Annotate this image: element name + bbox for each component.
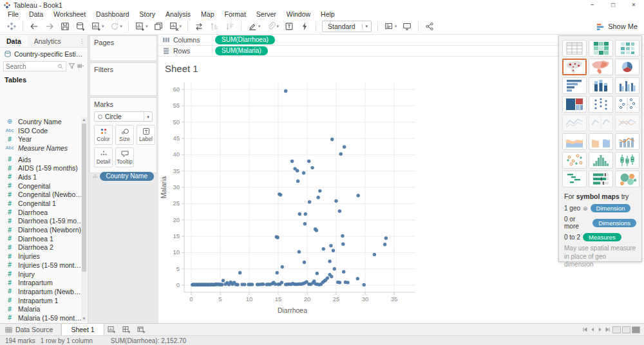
field-item[interactable]: #Diarrhoea (0, 208, 84, 217)
showme-stacked-bars[interactable] (589, 77, 613, 94)
showme-side-by-side-bars[interactable] (615, 77, 639, 94)
close-icon[interactable]: × (623, 0, 644, 10)
field-item[interactable]: #Congenital 1 (0, 199, 84, 208)
menu-item-file[interactable]: File (3, 10, 24, 18)
new-data-source-icon[interactable] (73, 20, 88, 33)
field-item[interactable]: #Year (0, 135, 84, 144)
menu-item-data[interactable]: Data (24, 10, 48, 18)
clear-sheet-icon[interactable]: ▾ (167, 20, 184, 33)
tooltip-button[interactable]: Tooltip (115, 147, 134, 167)
pane-options-icon[interactable]: ⋮ (79, 38, 85, 44)
pages-card[interactable]: Pages (90, 35, 157, 61)
mark-type-dropdown[interactable]: Circle ▾ (94, 111, 153, 122)
showme-heat-maps[interactable] (615, 40, 639, 57)
menu-item-analysis[interactable]: Analysis (160, 10, 196, 18)
menu-item-server[interactable]: Server (251, 10, 281, 18)
showme-histogram[interactable] (589, 152, 613, 169)
fix-axes-icon[interactable] (298, 20, 312, 33)
tab-data[interactable]: Data (0, 35, 28, 47)
new-story-tab-icon[interactable] (134, 324, 149, 335)
rows-pill[interactable]: SUM(Malaria) (215, 46, 268, 55)
view-options-icon[interactable] (77, 62, 84, 71)
field-item[interactable]: #Congenital (Newborn) (0, 191, 84, 200)
field-item[interactable]: #Diarrhoea 2 (0, 243, 84, 252)
field-item[interactable]: #Congenital (0, 182, 84, 191)
show-filmstrip-view-icon[interactable] (622, 326, 630, 333)
tableau-logo-icon[interactable] (5, 20, 19, 33)
field-item[interactable]: #Malaria (1-59 months) (0, 313, 84, 322)
fit-selector-caret-icon[interactable]: ▾ (362, 24, 371, 29)
showme-scatter-plots[interactable] (562, 152, 587, 169)
highlight-icon[interactable]: ▾ (245, 20, 263, 33)
field-item[interactable]: #Malaria (0, 304, 84, 313)
showme-side-by-side-circles[interactable] (615, 96, 639, 113)
scrollbar-thumb[interactable] (82, 124, 86, 272)
data-source-row[interactable]: Country-specific Estimate... (0, 48, 88, 60)
label-button[interactable]: Label (137, 125, 155, 145)
field-item[interactable]: #Aids 1 (0, 172, 84, 182)
showme-symbol-maps[interactable] (562, 59, 587, 75)
sort-descending-icon[interactable] (223, 20, 237, 33)
showme-area-charts-continuous[interactable] (562, 133, 587, 150)
showme-text-tables[interactable] (562, 40, 587, 57)
show-me-button[interactable]: Show Me (596, 23, 638, 31)
sort-ascending-icon[interactable] (207, 20, 222, 33)
tab-analytics[interactable]: Analytics (28, 35, 68, 47)
field-item[interactable]: ⊕Country Name (0, 117, 84, 126)
showme-dual-combination[interactable] (615, 133, 639, 150)
showme-area-charts-discrete[interactable] (589, 133, 613, 150)
showme-box-and-whisker-plots[interactable] (615, 152, 639, 169)
field-item[interactable]: #Diarrhoea 1 (0, 234, 84, 243)
menu-item-map[interactable]: Map (196, 10, 219, 18)
field-list-scrollbar[interactable]: ▲ ▼ (81, 117, 87, 322)
field-item[interactable]: AbcMeasure Names (0, 144, 84, 153)
undo-icon[interactable] (27, 20, 41, 33)
field-item[interactable]: #Aids (0, 155, 84, 164)
showme-circle-views[interactable] (589, 96, 613, 113)
country-name-pill[interactable]: Country Name (100, 172, 154, 181)
showme-bullet-graphs[interactable] (589, 171, 613, 187)
filters-card[interactable]: Filters (90, 62, 157, 96)
show-hide-cards-icon[interactable]: ▾ (382, 20, 399, 33)
save-icon[interactable] (58, 20, 72, 33)
minimize-icon[interactable]: − (582, 0, 603, 10)
field-item[interactable]: #Injuries (1-59 months) (0, 261, 84, 270)
duplicate-icon[interactable] (151, 20, 166, 33)
maximize-icon[interactable]: □ (603, 0, 623, 10)
field-item[interactable]: #Injuries (0, 252, 84, 261)
fit-selector[interactable]: Standard ▾ (322, 21, 372, 32)
menu-item-window[interactable]: Window (281, 10, 316, 18)
mark-type-caret-icon[interactable]: ▾ (144, 112, 152, 121)
color-button[interactable]: Color (94, 125, 113, 145)
share-icon[interactable] (422, 20, 437, 33)
menu-item-format[interactable]: Format (220, 10, 251, 18)
field-item[interactable]: #Injury (0, 270, 84, 279)
presentation-mode-icon[interactable] (400, 20, 414, 33)
showme-gantt[interactable] (562, 171, 587, 187)
menu-item-help[interactable]: Help (316, 10, 340, 18)
sheet-tab-sheet1[interactable]: Sheet 1 (61, 324, 104, 335)
detail-button[interactable]: Detail (94, 147, 113, 167)
scatter-plot[interactable]: 05101520253035051015202530354045505560Di… (158, 77, 435, 331)
show-sheet-sorter-icon[interactable] (632, 326, 640, 333)
showme-pie-charts[interactable] (615, 59, 639, 75)
new-sheet-icon[interactable]: ▾ (133, 20, 150, 33)
filter-fields-icon[interactable] (68, 62, 75, 71)
field-item[interactable]: AbcISO Code (0, 126, 84, 135)
show-mark-labels-icon[interactable] (282, 20, 296, 33)
field-item[interactable]: #AIDS (1-59 months) (0, 163, 84, 172)
menu-item-story[interactable]: Story (134, 10, 160, 18)
first-sheet-icon[interactable] (582, 326, 588, 333)
menu-item-worksheet[interactable]: Worksheet (48, 10, 91, 18)
refresh-icon[interactable]: ▾ (108, 20, 125, 33)
showme-packed-bubbles[interactable] (615, 171, 639, 187)
redo-icon[interactable] (43, 20, 57, 33)
showme-horizontal-bars[interactable] (562, 77, 587, 94)
field-item[interactable]: #Intrapartum 1 (0, 296, 84, 305)
showme-dual-lines[interactable] (615, 115, 639, 131)
field-item[interactable]: #Intrapartum (Newborn) (0, 287, 84, 296)
prev-sheet-icon[interactable] (589, 326, 596, 333)
size-button[interactable]: Size (115, 125, 134, 145)
new-worksheet-icon[interactable]: ▾ (89, 20, 106, 33)
showme-lines-discrete[interactable] (589, 115, 613, 131)
